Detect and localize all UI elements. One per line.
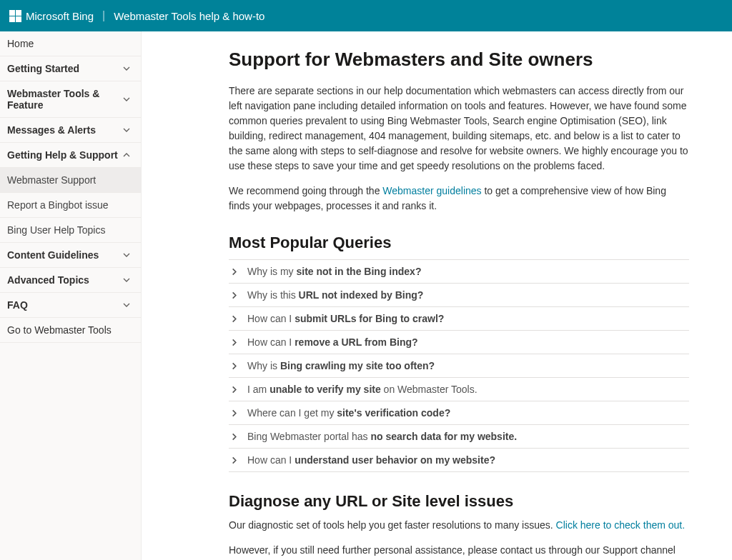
sidebar-item-label: Webmaster Tools & Feature bbox=[7, 88, 122, 111]
query-item[interactable]: Why is my site not in the Bing index? bbox=[229, 259, 689, 284]
sidebar-item-label: Webmaster Support bbox=[7, 174, 96, 186]
sidebar-item-label: Advanced Topics bbox=[7, 274, 89, 286]
chevron-right-icon bbox=[230, 339, 243, 346]
query-text: How can I understand user behavior on my… bbox=[247, 454, 495, 466]
query-text: Why is my site not in the Bing index? bbox=[247, 266, 421, 277]
diagnose-tools-link[interactable]: Click here to check them out. bbox=[556, 519, 686, 531]
sidebar-nav: HomeGetting StartedWebmaster Tools & Fea… bbox=[0, 31, 142, 560]
query-item[interactable]: How can I understand user behavior on my… bbox=[229, 449, 689, 472]
header-divider: | bbox=[102, 9, 105, 22]
query-text: Bing Webmaster portal has no search data… bbox=[247, 431, 517, 442]
query-item[interactable]: How can I remove a URL from Bing? bbox=[229, 331, 689, 354]
diagnose-paragraph: Our diagnostic set of tools help you get… bbox=[229, 518, 689, 533]
main-content: Support for Webmasters and Site owners T… bbox=[142, 31, 732, 560]
query-item[interactable]: Bing Webmaster portal has no search data… bbox=[229, 425, 689, 449]
recommend-paragraph: We recommend going through the Webmaster… bbox=[229, 184, 689, 214]
sidebar-item-label: Content Guidelines bbox=[7, 249, 99, 261]
page-heading: Support for Webmasters and Site owners bbox=[229, 49, 689, 71]
chevron-up-icon bbox=[122, 151, 131, 159]
sidebar-item-report-a-bingbot-issue[interactable]: Report a Bingbot issue bbox=[0, 193, 141, 218]
sidebar-item-label: Getting Help & Support bbox=[7, 149, 118, 161]
query-item[interactable]: Where can I get my site's verification c… bbox=[229, 401, 689, 425]
chevron-down-icon bbox=[122, 251, 131, 259]
sidebar-item-getting-started[interactable]: Getting Started bbox=[0, 56, 141, 81]
sidebar-item-label: Report a Bingbot issue bbox=[7, 199, 109, 211]
sidebar-item-bing-user-help-topics[interactable]: Bing User Help Topics bbox=[0, 218, 141, 243]
query-text: Why is Bing crawling my site too often? bbox=[247, 360, 435, 371]
chevron-right-icon bbox=[230, 315, 243, 323]
query-item[interactable]: Why is this URL not indexed by Bing? bbox=[229, 284, 689, 307]
diagnose-heading: Diagnose any URL or Site level issues bbox=[229, 492, 689, 511]
query-text: Why is this URL not indexed by Bing? bbox=[247, 289, 423, 301]
chevron-down-icon bbox=[122, 301, 131, 309]
chevron-right-icon bbox=[230, 268, 243, 276]
query-text: I am unable to verify my site on Webmast… bbox=[247, 384, 478, 395]
sidebar-item-label: Messages & Alerts bbox=[7, 124, 96, 136]
diag-pre: Our diagnostic set of tools help you get… bbox=[229, 519, 556, 531]
query-item[interactable]: I am unable to verify my site on Webmast… bbox=[229, 378, 689, 401]
chevron-right-icon bbox=[230, 291, 243, 299]
sidebar-item-label: Home bbox=[7, 38, 34, 49]
sidebar-item-home[interactable]: Home bbox=[0, 31, 141, 56]
query-list: Why is my site not in the Bing index?Why… bbox=[229, 259, 689, 472]
recommend-pre: We recommend going through the bbox=[229, 185, 382, 196]
sidebar-item-label: FAQ bbox=[7, 299, 28, 311]
chevron-right-icon bbox=[230, 386, 243, 394]
chevron-right-icon bbox=[230, 456, 243, 464]
sidebar-item-label: Go to Webmaster Tools bbox=[7, 324, 112, 336]
query-text: How can I submit URLs for Bing to crawl? bbox=[247, 313, 444, 324]
query-item[interactable]: How can I submit URLs for Bing to crawl? bbox=[229, 307, 689, 331]
sidebar-item-content-guidelines[interactable]: Content Guidelines bbox=[0, 243, 141, 268]
header-bar: Microsoft Bing | Webmaster Tools help & … bbox=[0, 0, 732, 31]
chevron-down-icon bbox=[122, 126, 131, 134]
intro-paragraph: There are separate sections in our help … bbox=[229, 84, 689, 174]
sidebar-item-faq[interactable]: FAQ bbox=[0, 293, 141, 318]
webmaster-guidelines-link[interactable]: Webmaster guidelines bbox=[382, 185, 481, 196]
popular-queries-heading: Most Popular Queries bbox=[229, 234, 689, 252]
query-text: How can I remove a URL from Bing? bbox=[247, 336, 418, 348]
sidebar-item-webmaster-tools-feature[interactable]: Webmaster Tools & Feature bbox=[0, 81, 141, 118]
chevron-down-icon bbox=[122, 95, 131, 104]
brand-name[interactable]: Microsoft Bing bbox=[26, 10, 94, 22]
chevron-down-icon bbox=[122, 64, 131, 73]
chevron-down-icon bbox=[122, 276, 131, 284]
sidebar-item-webmaster-support[interactable]: Webmaster Support bbox=[0, 168, 141, 193]
microsoft-logo-icon bbox=[9, 9, 21, 22]
chevron-right-icon bbox=[230, 409, 243, 417]
sidebar-item-label: Getting Started bbox=[7, 63, 79, 74]
query-text: Where can I get my site's verification c… bbox=[247, 407, 450, 419]
query-item[interactable]: Why is Bing crawling my site too often? bbox=[229, 354, 689, 378]
sidebar-item-go-to-webmaster-tools[interactable]: Go to Webmaster Tools bbox=[0, 318, 141, 343]
sidebar-item-messages-alerts[interactable]: Messages & Alerts bbox=[0, 118, 141, 143]
sidebar-item-advanced-topics[interactable]: Advanced Topics bbox=[0, 268, 141, 293]
sidebar-item-label: Bing User Help Topics bbox=[7, 224, 105, 236]
assistance-paragraph: However, if you still need further perso… bbox=[229, 543, 689, 560]
chevron-right-icon bbox=[230, 362, 243, 370]
page-title-header[interactable]: Webmaster Tools help & how-to bbox=[114, 10, 264, 22]
chevron-right-icon bbox=[230, 433, 243, 441]
sidebar-item-getting-help-support[interactable]: Getting Help & Support bbox=[0, 143, 141, 168]
